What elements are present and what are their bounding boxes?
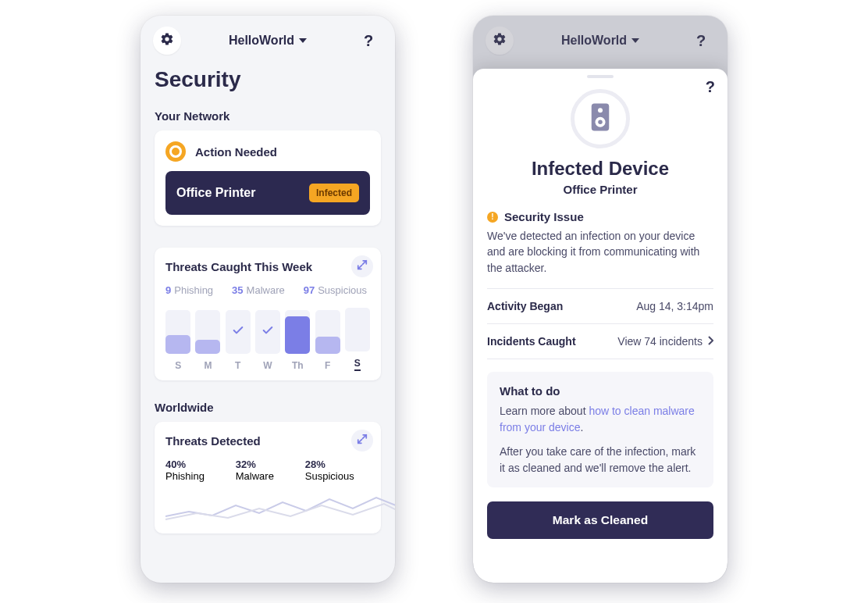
device-name: Office Printer	[176, 186, 255, 200]
day-column: S	[345, 308, 370, 371]
check-icon	[232, 324, 244, 340]
infected-device-screen: HelloWorld ? ? Infected Device Office Pr…	[473, 16, 727, 583]
threats-week-card: Threats Caught This Week 9Phishing 35Mal…	[155, 248, 381, 380]
day-column: Th	[285, 310, 310, 371]
security-screen: HelloWorld ? Security Your Network Actio…	[141, 16, 395, 583]
day-label: F	[325, 360, 330, 371]
bar	[315, 337, 340, 354]
check-icon	[261, 324, 274, 340]
action-needed-title: Action Needed	[195, 145, 277, 159]
week-chart: SMTWThFS	[165, 310, 370, 371]
pct-suspicious-label: Suspicious	[305, 470, 354, 482]
incidents-link: View 74 incidents	[617, 335, 713, 348]
chevron-right-icon	[707, 335, 713, 348]
threats-totals: 9Phishing 35Malware 97Suspicious	[165, 284, 370, 296]
pct-suspicious: 28%	[305, 458, 326, 470]
expand-button[interactable]	[351, 430, 373, 451]
bar-slot	[345, 308, 370, 351]
pct-malware-label: Malware	[236, 470, 274, 482]
malware-count: 35	[232, 284, 243, 296]
bar-slot	[195, 310, 220, 354]
top-bar: HelloWorld ?	[141, 16, 395, 66]
help-button[interactable]: ?	[354, 27, 382, 55]
day-label: S	[175, 360, 181, 371]
bar-slot	[226, 310, 251, 354]
incidents-label: Incidents Caught	[487, 335, 576, 348]
activity-began-value: Aug 14, 3:14pm	[636, 300, 713, 312]
malware-label: Malware	[247, 284, 285, 296]
settings-button[interactable]	[153, 27, 181, 55]
svg-point-1	[598, 108, 603, 112]
activity-began-label: Activity Began	[487, 300, 563, 312]
expand-button[interactable]	[351, 255, 373, 277]
day-label: T	[235, 360, 240, 371]
bottom-sheet: ? Infected Device Office Printer ! Secur…	[473, 69, 727, 583]
suspicious-count: 97	[304, 284, 315, 296]
network-name: HelloWorld	[229, 34, 294, 48]
incidents-row[interactable]: Incidents Caught View 74 incidents	[487, 324, 713, 359]
bar	[285, 316, 310, 354]
device-hero-icon	[571, 89, 630, 148]
bar-slot	[285, 310, 310, 354]
alert-ring-icon	[165, 141, 186, 162]
worldwide-label: Worldwide	[155, 401, 381, 414]
chevron-down-icon	[299, 38, 307, 43]
day-column: T	[226, 310, 251, 371]
activity-began-row: Activity Began Aug 14, 3:14pm	[487, 289, 713, 323]
sheet-subtitle: Office Printer	[487, 183, 713, 196]
worldwide-section: Worldwide Threats Detected 40% Phishing …	[155, 401, 381, 533]
day-label: M	[204, 360, 212, 371]
threats-detected-card: Threats Detected 40% Phishing 32% Malwar…	[155, 422, 381, 533]
help-button[interactable]: ?	[706, 78, 715, 96]
pct-phishing: 40%	[165, 458, 186, 470]
pct-malware: 32%	[236, 458, 256, 470]
day-label: S	[354, 358, 361, 371]
mark-as-cleaned-button[interactable]: Mark as Cleaned	[487, 501, 713, 539]
security-issue-row: ! Security Issue	[487, 210, 713, 223]
question-icon: ?	[706, 78, 715, 95]
sheet-title: Infected Device	[487, 158, 713, 180]
day-label: Th	[292, 360, 304, 371]
day-column: M	[195, 310, 220, 371]
speaker-icon	[589, 102, 612, 135]
phishing-label: Phishing	[174, 284, 213, 296]
divider	[487, 359, 713, 359]
day-label: W	[263, 360, 272, 371]
pct-phishing-label: Phishing	[165, 470, 205, 482]
bar-slot	[165, 310, 190, 354]
security-issue-label: Security Issue	[504, 210, 584, 223]
threats-week-title: Threats Caught This Week	[165, 260, 370, 273]
threats-detected-title: Threats Detected	[165, 434, 370, 448]
day-column: F	[315, 310, 340, 371]
network-selector[interactable]: HelloWorld	[229, 34, 307, 48]
action-needed-card: Action Needed Office Printer Infected	[155, 130, 381, 226]
phishing-count: 9	[165, 284, 171, 296]
sparkline	[165, 490, 395, 524]
what-to-do-learn: Learn more about how to clean malware fr…	[500, 403, 701, 436]
bar	[195, 340, 220, 354]
bar-slot	[315, 310, 340, 354]
what-to-do-card: What to do Learn more about how to clean…	[487, 372, 713, 488]
bar-slot	[255, 310, 280, 354]
svg-point-3	[598, 120, 603, 125]
page-title: Security	[155, 67, 381, 92]
security-issue-body: We've detected an infection on your devi…	[487, 228, 713, 276]
warning-icon: !	[487, 212, 498, 223]
expand-icon	[357, 434, 368, 448]
screen-content: Security Your Network Action Needed Offi…	[141, 66, 395, 548]
action-needed-row: Action Needed	[165, 141, 370, 162]
infected-device-row[interactable]: Office Printer Infected	[165, 171, 370, 215]
expand-icon	[357, 259, 368, 273]
sheet-handle[interactable]	[587, 75, 614, 78]
what-to-do-after: After you take care of the infection, ma…	[500, 444, 701, 476]
question-icon: ?	[364, 32, 373, 50]
detected-percentages: 40% Phishing 32% Malware 28% Suspicious	[165, 458, 370, 482]
status-badge: Infected	[309, 184, 359, 202]
day-column: W	[255, 310, 280, 371]
gear-icon	[160, 32, 174, 49]
day-column: S	[165, 310, 190, 371]
your-network-label: Your Network	[155, 109, 381, 123]
suspicious-label: Suspicious	[318, 284, 367, 296]
what-to-do-title: What to do	[500, 383, 701, 401]
bar	[165, 335, 190, 354]
